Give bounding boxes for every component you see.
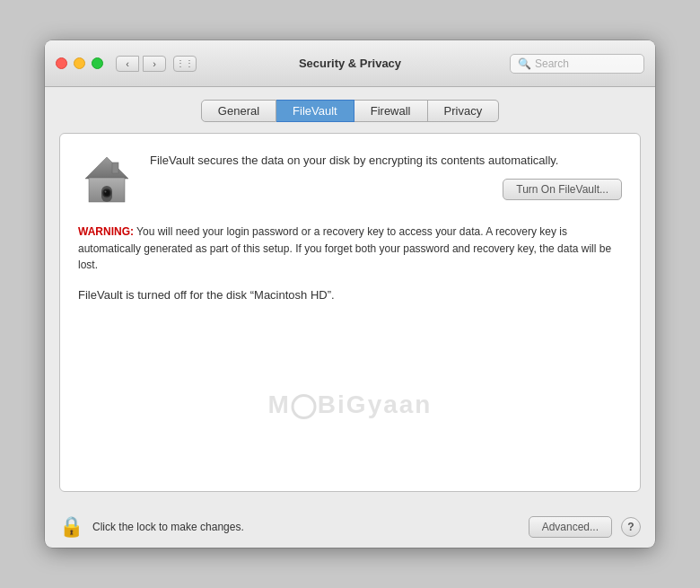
lock-icon[interactable]: 🔒 (59, 515, 83, 539)
tab-general[interactable]: General (201, 100, 276, 122)
tab-bar: General FileVault Firewall Privacy (59, 100, 641, 122)
tab-filevault[interactable]: FileVault (276, 100, 354, 122)
filevault-panel: FileVault secures the data on your disk … (59, 133, 641, 492)
svg-point-6 (105, 191, 107, 193)
forward-button[interactable]: › (143, 56, 166, 72)
advanced-button[interactable]: Advanced... (529, 516, 612, 538)
window-title: Security & Privacy (299, 57, 401, 70)
lock-label: Click the lock to make changes. (92, 521, 520, 533)
filevault-status: FileVault is turned off for the disk “Ma… (78, 288, 622, 302)
tab-firewall[interactable]: Firewall (354, 100, 428, 122)
filevault-top: FileVault secures the data on your disk … (78, 152, 622, 209)
minimize-button[interactable] (74, 57, 85, 69)
close-button[interactable] (56, 57, 67, 69)
filevault-icon (78, 152, 136, 209)
svg-marker-0 (85, 157, 128, 179)
traffic-lights (56, 57, 103, 69)
bottom-bar: 🔒 Click the lock to make changes. Advanc… (45, 506, 655, 548)
search-placeholder: Search (535, 57, 569, 70)
maximize-button[interactable] (92, 57, 103, 69)
filevault-desc-text: FileVault secures the data on your disk … (150, 152, 622, 170)
search-icon: 🔍 (518, 57, 531, 70)
grid-button[interactable]: ⋮⋮ (173, 56, 197, 72)
content-area: General FileVault Firewall Privacy (45, 87, 655, 506)
warning-body: You will need your login password or a r… (78, 225, 611, 271)
help-button[interactable]: ? (621, 517, 641, 537)
tab-privacy[interactable]: Privacy (428, 100, 500, 122)
watermark: MBiGyaan (268, 391, 433, 419)
search-box[interactable]: 🔍 Search (510, 54, 644, 74)
filevault-description: FileVault secures the data on your disk … (150, 152, 622, 200)
svg-rect-1 (112, 162, 118, 173)
warning-label: WARNING: (78, 225, 134, 238)
main-window: ‹ › ⋮⋮ Security & Privacy 🔍 Search Gener… (45, 40, 655, 548)
nav-buttons: ‹ › (116, 56, 166, 72)
turn-on-filevault-button[interactable]: Turn On FileVault... (503, 179, 622, 200)
turn-on-button-area: Turn On FileVault... (150, 179, 622, 200)
titlebar: ‹ › ⋮⋮ Security & Privacy 🔍 Search (45, 40, 655, 87)
warning-paragraph: WARNING: You will need your login passwo… (78, 224, 622, 274)
back-button[interactable]: ‹ (116, 56, 139, 72)
